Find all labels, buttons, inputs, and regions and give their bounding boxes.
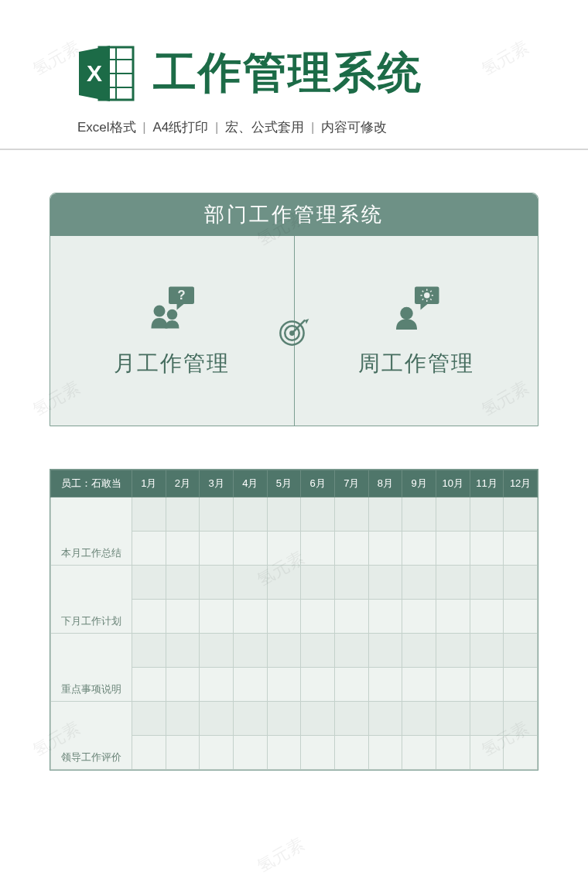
table-cell[interactable] [436,634,470,668]
table-cell[interactable] [334,702,368,736]
table-cell[interactable] [436,600,470,634]
table-cell[interactable] [436,736,470,770]
table-cell[interactable] [504,600,538,634]
table-cell[interactable] [436,668,470,702]
table-cell[interactable] [301,668,335,702]
table-cell[interactable] [301,634,335,668]
table-cell[interactable] [402,736,436,770]
table-cell[interactable] [200,668,234,702]
table-cell[interactable] [200,736,234,770]
table-cell[interactable] [301,736,335,770]
table-cell[interactable] [200,532,234,566]
table-cell[interactable] [368,497,402,532]
table-cell[interactable] [436,566,470,600]
table-cell[interactable] [470,634,504,668]
table-cell[interactable] [233,668,267,702]
table-cell[interactable] [504,736,538,770]
table-cell[interactable] [334,532,368,566]
table-cell[interactable] [267,702,301,736]
table-cell[interactable] [368,736,402,770]
table-cell[interactable] [166,566,200,600]
table-cell[interactable] [368,532,402,566]
table-cell[interactable] [267,668,301,702]
table-cell[interactable] [267,736,301,770]
monthly-management-cell[interactable]: ? 月工作管理 [50,236,295,426]
table-cell[interactable] [132,736,166,770]
table-cell[interactable] [368,668,402,702]
table-cell[interactable] [470,600,504,634]
table-cell[interactable] [267,497,301,532]
table-cell[interactable] [267,532,301,566]
table-cell[interactable] [402,634,436,668]
table-cell[interactable] [166,634,200,668]
table-cell[interactable] [402,668,436,702]
table-cell[interactable] [436,702,470,736]
table-cell[interactable] [504,532,538,566]
table-cell[interactable] [368,634,402,668]
table-cell[interactable] [200,566,234,600]
table-cell[interactable] [233,736,267,770]
table-cell[interactable] [166,736,200,770]
table-cell[interactable] [436,532,470,566]
table-cell[interactable] [368,702,402,736]
table-cell[interactable] [233,702,267,736]
table-cell[interactable] [470,736,504,770]
table-cell[interactable] [504,702,538,736]
table-cell[interactable] [166,600,200,634]
table-cell[interactable] [334,600,368,634]
table-cell[interactable] [334,736,368,770]
table-cell[interactable] [200,497,234,532]
table-cell[interactable] [200,634,234,668]
table-cell[interactable] [334,497,368,532]
table-cell[interactable] [470,702,504,736]
table-cell[interactable] [470,566,504,600]
table-cell[interactable] [504,566,538,600]
table-cell[interactable] [334,566,368,600]
subtitle-part: 宏、公式套用 [225,120,304,135]
table-cell[interactable] [334,634,368,668]
table-cell[interactable] [166,532,200,566]
table-cell[interactable] [132,634,166,668]
table-cell[interactable] [470,668,504,702]
table-cell[interactable] [132,532,166,566]
table-cell[interactable] [233,566,267,600]
table-cell[interactable] [233,532,267,566]
table-cell[interactable] [470,532,504,566]
table-cell[interactable] [402,600,436,634]
table-cell[interactable] [132,702,166,736]
table-cell[interactable] [233,634,267,668]
weekly-management-cell[interactable]: 周工作管理 [295,236,538,426]
table-cell[interactable] [132,600,166,634]
table-cell[interactable] [200,702,234,736]
table-cell[interactable] [402,566,436,600]
table-cell[interactable] [132,566,166,600]
table-cell[interactable] [402,702,436,736]
table-cell[interactable] [166,702,200,736]
svg-point-8 [167,309,178,320]
table-cell[interactable] [301,600,335,634]
table-cell[interactable] [132,497,166,532]
table-cell[interactable] [267,566,301,600]
table-cell[interactable] [470,497,504,532]
table-cell[interactable] [233,497,267,532]
table-cell[interactable] [334,668,368,702]
table-cell[interactable] [267,634,301,668]
table-cell[interactable] [504,497,538,532]
table-cell[interactable] [233,600,267,634]
table-cell[interactable] [166,668,200,702]
table-cell[interactable] [301,497,335,532]
table-cell[interactable] [402,532,436,566]
table-cell[interactable] [436,497,470,532]
table-cell[interactable] [504,668,538,702]
table-cell[interactable] [301,566,335,600]
table-cell[interactable] [301,532,335,566]
table-cell[interactable] [166,497,200,532]
table-cell[interactable] [402,497,436,532]
table-cell[interactable] [301,702,335,736]
table-cell[interactable] [368,600,402,634]
table-cell[interactable] [267,600,301,634]
table-cell[interactable] [132,668,166,702]
table-cell[interactable] [200,600,234,634]
table-cell[interactable] [504,634,538,668]
table-cell[interactable] [368,566,402,600]
